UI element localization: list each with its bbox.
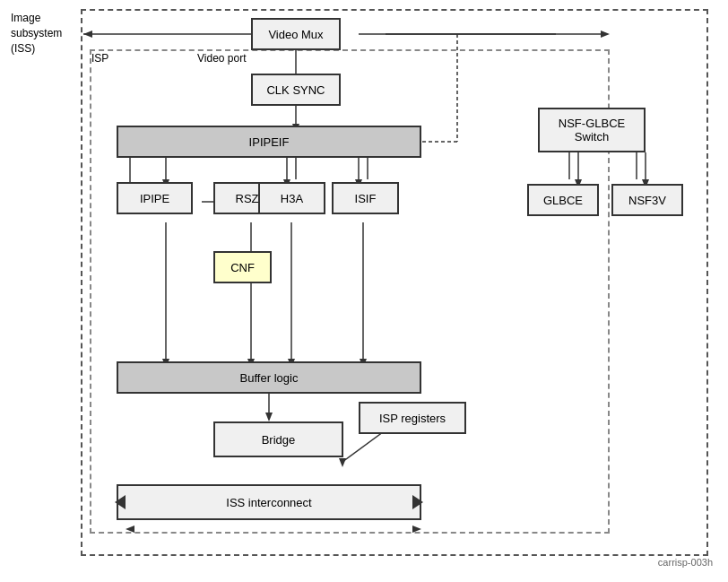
iss-interconnect-box: ISS interconnect: [117, 484, 421, 520]
glbce-box: GLBCE: [527, 184, 599, 216]
iss-label: Imagesubsystem(ISS): [11, 11, 62, 56]
nsf-glbce-switch-box: NSF-GLBCE Switch: [538, 108, 646, 152]
video-mux-box: Video Mux: [251, 18, 341, 50]
isp-registers-box: ISP registers: [359, 402, 466, 434]
isif-box: ISIF: [332, 182, 399, 214]
video-port-label: Video port: [197, 52, 247, 65]
clk-sync-box: CLK SYNC: [251, 74, 341, 106]
bridge-box: Bridge: [213, 421, 343, 457]
watermark: carrisp-003h: [658, 557, 713, 568]
buffer-logic-box: Buffer logic: [117, 361, 421, 394]
h3a-box: H3A: [258, 182, 325, 214]
nsf3v-box: NSF3V: [611, 184, 683, 216]
isp-border: [90, 49, 610, 534]
ipipeif-box: IPIPEIF: [117, 126, 421, 158]
cnf-box: CNF: [213, 251, 272, 283]
isp-label: ISP: [91, 52, 108, 65]
ipipe-box: IPIPE: [117, 182, 193, 214]
diagram-container: Imagesubsystem(ISS) ISP Video port: [9, 9, 717, 572]
